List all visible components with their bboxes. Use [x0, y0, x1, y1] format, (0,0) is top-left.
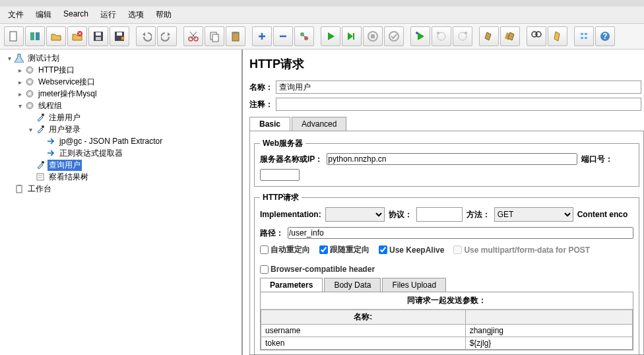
port-input[interactable] — [260, 169, 300, 181]
gear-icon — [24, 100, 36, 111]
parameters-box: 同请求一起发送参数： 名称: usernamezhangjing token${… — [260, 292, 633, 350]
title-bar — [0, 0, 644, 7]
start-button[interactable] — [321, 26, 340, 46]
clear-button[interactable] — [479, 26, 499, 46]
table-row[interactable]: token${zjlg} — [261, 337, 633, 350]
remote-start-button[interactable] — [410, 26, 430, 46]
menu-bar: 文件 编辑 Search 运行 选项 帮助 — [0, 7, 644, 24]
svg-point-34 — [28, 69, 31, 71]
tree-thread-group[interactable]: ▾线程组 — [0, 100, 242, 112]
details-panel: HTTP请求 名称： 注释： Basic Advanced Web服务器 服务器… — [243, 49, 644, 355]
svg-text:?: ? — [602, 32, 607, 41]
reset-search-button[interactable] — [548, 26, 567, 46]
search-button[interactable] — [527, 26, 546, 46]
svg-point-41 — [42, 113, 44, 116]
toggle-button[interactable] — [294, 26, 314, 46]
gear-icon — [24, 65, 36, 75]
parameters-table[interactable]: 名称: usernamezhangjing token${zjlg} — [261, 309, 633, 350]
method-label: 方法： — [467, 209, 490, 220]
menu-edit[interactable]: 编辑 — [30, 8, 57, 22]
remote-stop-button[interactable] — [432, 26, 451, 46]
collapse-button[interactable] — [273, 26, 293, 46]
cut-button[interactable] — [183, 26, 203, 46]
open-button[interactable] — [46, 26, 66, 46]
svg-point-19 — [389, 32, 399, 41]
tree-workbench[interactable]: 工作台 — [0, 183, 242, 195]
clear-all-button[interactable] — [500, 26, 520, 46]
svg-rect-1 — [30, 32, 34, 40]
menu-search[interactable]: Search — [58, 8, 94, 22]
subtab-files-upload[interactable]: Files Upload — [382, 278, 446, 292]
follow-redirect-checkbox[interactable]: 跟随重定向 — [319, 244, 370, 255]
method-select[interactable]: GET — [494, 207, 573, 222]
shutdown-button[interactable] — [384, 26, 404, 46]
tree-mysql[interactable]: ▸jmeter操作Mysql — [0, 88, 242, 100]
undo-button[interactable] — [136, 26, 156, 46]
svg-rect-0 — [10, 32, 16, 41]
paste-button[interactable] — [226, 26, 245, 46]
save-button[interactable] — [88, 26, 108, 46]
flask-icon — [13, 53, 25, 63]
browser-compat-checkbox[interactable]: Browser-compatible header — [260, 265, 375, 274]
tab-advanced[interactable]: Advanced — [292, 117, 346, 131]
protocol-input[interactable] — [416, 207, 463, 222]
web-server-legend: Web服务器 — [260, 138, 306, 149]
close-button[interactable] — [67, 26, 87, 46]
menu-run[interactable]: 运行 — [95, 8, 121, 22]
remote-shutdown-button[interactable] — [453, 26, 472, 46]
tree-view-results[interactable]: 察看结果树 — [0, 171, 242, 183]
save-as-button[interactable] — [110, 26, 129, 46]
help-button[interactable]: ? — [595, 26, 615, 46]
redo-button[interactable] — [157, 26, 177, 46]
tree-query-user[interactable]: 查询用户 — [0, 159, 242, 171]
auto-redirect-checkbox[interactable]: 自动重定向 — [260, 244, 310, 255]
menu-help[interactable]: 帮助 — [150, 8, 177, 22]
encoding-label: Content enco — [577, 210, 628, 219]
start-no-timers-button[interactable] — [342, 26, 362, 46]
tree-regex-extractor[interactable]: 正则表达式提取器 — [0, 147, 242, 159]
test-plan-tree[interactable]: ▾测试计划 ▸HTTP接口 ▸Webservice接口 ▸jmeter操作Mys… — [0, 49, 243, 355]
table-row[interactable]: usernamezhangjing — [261, 325, 633, 337]
svg-rect-29 — [581, 37, 583, 39]
path-input[interactable] — [288, 227, 633, 239]
menu-options[interactable]: 选项 — [123, 8, 149, 22]
svg-rect-30 — [585, 37, 587, 39]
tab-basic[interactable]: Basic — [249, 117, 290, 131]
subtab-body-data[interactable]: Body Data — [324, 278, 381, 292]
gear-icon — [24, 88, 36, 99]
tree-webservice[interactable]: ▸Webservice接口 — [0, 76, 242, 88]
web-server-fieldset: Web服务器 服务器名称或IP： 端口号： — [254, 138, 639, 187]
comment-label: 注释： — [249, 99, 273, 110]
tree-login-user[interactable]: ▾用户登录 — [0, 123, 242, 135]
comment-input[interactable] — [276, 98, 641, 111]
server-input[interactable] — [327, 153, 577, 165]
subtab-parameters[interactable]: Parameters — [260, 278, 323, 292]
dropper-icon — [34, 112, 46, 123]
tree-test-plan[interactable]: ▾测试计划 — [0, 52, 242, 64]
svg-rect-5 — [96, 32, 101, 36]
svg-rect-27 — [581, 33, 583, 35]
implementation-select[interactable] — [325, 207, 385, 222]
svg-rect-6 — [96, 37, 101, 40]
svg-point-24 — [465, 32, 467, 34]
svg-point-36 — [28, 81, 31, 83]
dropper-icon — [34, 160, 46, 170]
dropper-icon — [34, 124, 46, 135]
col-value — [465, 310, 632, 325]
menu-file[interactable]: 文件 — [3, 8, 29, 22]
multipart-checkbox[interactable]: Use multipart/form-data for POST — [453, 245, 590, 255]
stop-button[interactable] — [363, 26, 383, 46]
tree-http-interface[interactable]: ▸HTTP接口 — [0, 64, 242, 76]
tree-register-user[interactable]: 注册用户 — [0, 112, 242, 123]
tree-json-extractor[interactable]: jp@gc - JSON Path Extractor — [0, 135, 242, 147]
panel-title: HTTP请求 — [249, 56, 644, 72]
expand-button[interactable] — [252, 26, 272, 46]
parameters-header: 同请求一起发送参数： — [261, 292, 633, 309]
name-input[interactable] — [276, 81, 641, 94]
new-button[interactable] — [4, 26, 24, 46]
templates-button[interactable] — [25, 26, 45, 46]
function-helper-button[interactable] — [574, 26, 594, 46]
keepalive-checkbox[interactable]: Use KeepAlive — [379, 245, 444, 255]
http-request-legend: HTTP请求 — [260, 192, 302, 203]
copy-button[interactable] — [205, 26, 224, 46]
